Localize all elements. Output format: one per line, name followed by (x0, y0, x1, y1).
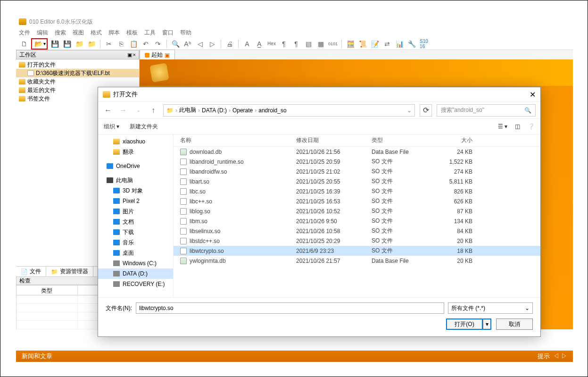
chart-icon[interactable]: 📊 (394, 39, 405, 49)
up-icon[interactable]: ↑ (148, 106, 158, 115)
layout1-icon[interactable]: ▤ (303, 39, 314, 49)
nav-item[interactable]: Pixel 2 (98, 196, 173, 206)
hex-icon[interactable]: Hex (266, 39, 277, 49)
chevron-down-icon[interactable]: ▾ (43, 41, 46, 46)
s10-icon[interactable]: S1016 (419, 39, 429, 49)
breadcrumb-item[interactable]: DATA (D:) (202, 107, 227, 114)
file-row[interactable]: liblog.so2021/10/26 10:52SO 文件87 KB (174, 206, 540, 216)
file-row[interactable]: libm.so2021/10/26 9:50SO 文件134 KB (174, 216, 540, 226)
nav-item[interactable]: 下载 (98, 227, 173, 237)
file-list[interactable]: download.db2021/10/26 21:56Data Base Fil… (174, 147, 540, 266)
compare-icon[interactable]: ⇄ (382, 39, 392, 49)
file-row[interactable]: download.db2021/10/26 21:56Data Base Fil… (174, 147, 540, 157)
open-button[interactable]: 打开(O) (446, 318, 483, 330)
undo-icon[interactable]: ↶ (141, 39, 151, 49)
recent-chevron-icon[interactable]: ⌄ (133, 107, 143, 113)
ws-tab-explorer[interactable]: 📁 资源管理器 (46, 267, 93, 276)
print-icon[interactable]: 🖨 (224, 39, 235, 49)
saveall-icon[interactable]: 💾 (62, 39, 72, 49)
ws-item[interactable]: D:\360极速浏览器下载\ELF.bt (16, 69, 139, 77)
close-icon[interactable]: × (133, 52, 136, 58)
pilcrow-icon[interactable]: ¶ (291, 39, 301, 49)
nav-item[interactable]: 3D 对象 (98, 185, 173, 196)
organize-button[interactable]: 组织 ▾ (104, 123, 119, 131)
open-file-highlight[interactable]: 📂 ▾ (31, 38, 48, 50)
menu-搜索[interactable]: 搜索 (55, 29, 66, 37)
prev-icon[interactable]: ◁ (195, 39, 205, 49)
paragraph-icon[interactable]: ¶ (279, 39, 289, 49)
script-icon[interactable]: 📜 (357, 39, 368, 49)
cut-icon[interactable]: ✂ (104, 39, 114, 49)
menu-帮助[interactable]: 帮助 (180, 29, 191, 37)
help-icon[interactable]: ❔ (528, 123, 535, 130)
menu-文件[interactable]: 文件 (19, 29, 30, 37)
nav-item[interactable]: 音乐 (98, 237, 173, 248)
back-icon[interactable]: ← (103, 106, 113, 115)
footer-tips[interactable]: 提示 (538, 352, 550, 360)
filter-select[interactable]: 所有文件 (*.*)⌄ (448, 302, 533, 314)
redo-icon[interactable]: ↷ (153, 39, 163, 49)
file-row[interactable]: libstdc++.so2021/10/25 20:29SO 文件20 KB (174, 236, 540, 246)
layout2-icon[interactable]: ▦ (315, 39, 326, 49)
cancel-button[interactable]: 取消 (496, 318, 533, 330)
filename-input[interactable] (136, 302, 444, 314)
menu-窗口[interactable]: 窗口 (162, 29, 174, 37)
ws-tab-file[interactable]: 📄 文件 (16, 267, 46, 276)
file-row[interactable]: libart.so2021/10/25 20:55SO 文件5,811 KB (174, 176, 540, 186)
file-row[interactable]: libandroid_runtime.so2021/10/25 20:59SO … (174, 157, 540, 167)
nav-item[interactable]: Windows (C:) (98, 258, 173, 268)
breadcrumb[interactable]: 📁›此电脑›DATA (D:)›Operate›android_so ⌄ (163, 104, 415, 117)
refresh-icon[interactable]: ⟳ (420, 104, 432, 117)
next-icon[interactable]: ▷ (207, 39, 217, 49)
breadcrumb-item[interactable]: android_so (258, 107, 286, 114)
search-input[interactable]: 搜索"android_so" 🔍 (437, 104, 536, 117)
breadcrumb-item[interactable]: 此电脑 (179, 106, 196, 114)
footer-news[interactable]: 新闻和文章 (22, 352, 52, 360)
preview-pane-icon[interactable]: ◫ (515, 123, 520, 130)
menu-模板[interactable]: 模板 (126, 29, 138, 37)
folder1-icon[interactable]: 📁 (74, 39, 84, 49)
file-row[interactable]: libwtcrypto.so2021/6/9 23:23SO 文件18 KB (174, 246, 540, 256)
nav-item[interactable]: 此电脑 (98, 175, 173, 185)
menu-工具[interactable]: 工具 (144, 29, 156, 37)
nav-item[interactable]: xiaoshuo (98, 136, 173, 147)
menubar[interactable]: 文件编辑搜索视图格式脚本模板工具窗口帮助 (16, 27, 573, 38)
font-size-icon[interactable]: A̲ (254, 39, 265, 49)
ws-item[interactable]: 打开的文件 (16, 60, 139, 69)
find-ab-icon[interactable]: Aᵇ (182, 39, 193, 49)
tab-close-icon[interactable]: ▣ (165, 52, 170, 59)
new-file-icon[interactable]: 🗋 (19, 39, 29, 49)
file-row[interactable]: libselinux.so2021/10/26 10:58SO 文件84 KB (174, 226, 540, 236)
open-dropdown-icon[interactable]: ▾ (483, 318, 491, 330)
template-icon[interactable]: 📝 (370, 39, 380, 49)
view-mode-icon[interactable]: ☰ ▾ (498, 123, 507, 130)
pin-icon[interactable]: ▣ (127, 52, 132, 58)
nav-item[interactable]: OneDrive (98, 161, 173, 171)
font-a-icon[interactable]: A (242, 39, 252, 49)
file-row[interactable]: libandroidfw.so2021/10/25 21:02SO 文件274 … (174, 167, 540, 176)
save-icon[interactable]: 💾 (50, 39, 60, 49)
file-row[interactable]: libc++.so2021/10/25 16:53SO 文件626 KB (174, 196, 540, 206)
binary-icon[interactable]: 0101 (328, 39, 338, 49)
breadcrumb-item[interactable]: Operate (232, 107, 253, 114)
file-list-header[interactable]: 名称 修改日期 类型 大小 (174, 134, 540, 147)
nav-tree[interactable]: xiaoshuo翻录OneDrive此电脑3D 对象Pixel 2图片文档下载音… (98, 134, 174, 297)
folder2-icon[interactable]: 📁 (86, 39, 97, 49)
search-icon[interactable]: 🔍 (524, 107, 531, 114)
tools-icon[interactable]: 🔧 (406, 39, 417, 49)
forward-icon[interactable]: → (118, 106, 128, 115)
menu-视图[interactable]: 视图 (73, 29, 84, 37)
nav-item[interactable]: 文档 (98, 217, 173, 227)
menu-编辑[interactable]: 编辑 (37, 29, 48, 37)
nav-item[interactable]: 翻录 (98, 147, 173, 157)
doc-tab-start[interactable]: 起始 ▣ (140, 50, 175, 60)
nav-item[interactable]: RECOVERY (E:) (98, 279, 173, 289)
open-folder-icon[interactable]: 📂 (33, 39, 43, 49)
menu-格式[interactable]: 格式 (91, 29, 102, 37)
new-folder-button[interactable]: 新建文件夹 (130, 123, 158, 131)
menu-脚本[interactable]: 脚本 (108, 29, 120, 37)
nav-item[interactable]: 桌面 (98, 248, 173, 258)
file-row[interactable]: libc.so2021/10/25 16:39SO 文件826 KB (174, 186, 540, 196)
ws-item[interactable]: 收藏夹文件 (16, 77, 139, 86)
nav-item[interactable]: 图片 (98, 206, 173, 217)
